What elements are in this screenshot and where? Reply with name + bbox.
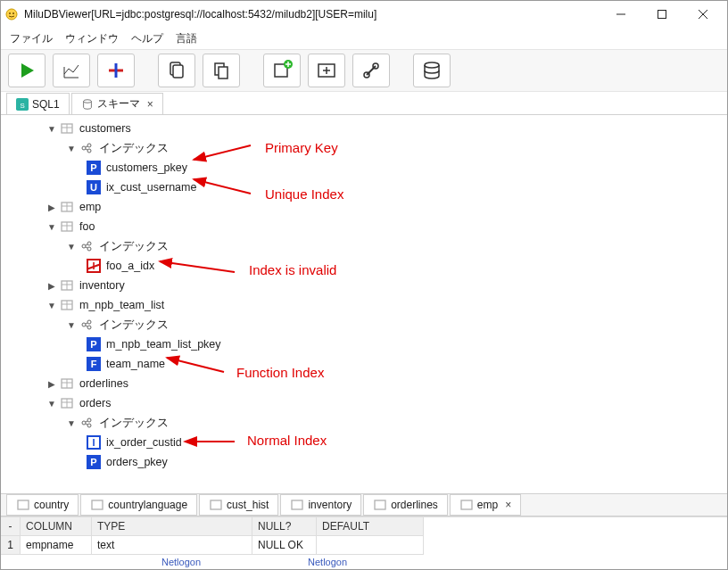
tree-label: orders_pkey: [104, 456, 168, 468]
grid-header-null[interactable]: NULL?: [252, 517, 317, 536]
tree-node-index-folder[interactable]: ▼ インデックス: [1, 315, 727, 335]
tree-node-customers[interactable]: ▼ customers: [1, 119, 727, 138]
tree-node-customers-pkey[interactable]: P customers_pkey: [1, 158, 727, 178]
grid-header-type[interactable]: TYPE: [92, 517, 252, 536]
tree-label: orderlines: [78, 377, 128, 390]
tree-node-inventory[interactable]: ▶ inventory: [1, 276, 727, 295]
tab-sql[interactable]: S SQL1: [6, 93, 70, 114]
tree-node-ix-cust-username[interactable]: U ix_cust_username: [1, 178, 727, 197]
menu-window[interactable]: ウィンドウ: [65, 31, 119, 46]
tab-inventory[interactable]: inventory: [280, 494, 361, 516]
svg-point-45: [87, 247, 91, 251]
expand-icon[interactable]: ▼: [67, 242, 76, 252]
tree-label: customers_pkey: [104, 161, 187, 174]
tree-label: foo_a_idx: [104, 260, 154, 272]
grid-header-default[interactable]: DEFAULT: [317, 517, 424, 536]
minimize-button[interactable]: [600, 1, 641, 28]
expand-icon[interactable]: ▼: [67, 418, 76, 428]
menu-file[interactable]: ファイル: [10, 31, 53, 46]
expand-icon[interactable]: ▼: [47, 399, 56, 409]
tree-node-orders[interactable]: ▼ orders: [1, 393, 727, 413]
tab-countrylanguage[interactable]: countrylanguage: [80, 494, 197, 516]
tree-node-ix-order-custid[interactable]: I ix_order_custid: [1, 433, 727, 452]
svg-line-46: [86, 244, 87, 245]
svg-line-35: [86, 146, 87, 147]
database-button[interactable]: [413, 54, 451, 87]
folder-icon: [79, 416, 94, 430]
svg-rect-76: [92, 500, 103, 509]
grid-cell-type[interactable]: text: [92, 536, 252, 555]
tree-node-team-name[interactable]: F team_name: [1, 354, 727, 374]
table-icon: [60, 376, 74, 391]
tab-schema[interactable]: スキーマ ×: [71, 93, 163, 114]
table-icon: [90, 498, 104, 512]
primary-key-icon: P: [87, 337, 101, 351]
toggle-button[interactable]: [97, 54, 135, 87]
tab-cust-hist[interactable]: cust_hist: [199, 494, 278, 516]
svg-marker-7: [21, 63, 34, 78]
svg-line-68: [86, 421, 87, 422]
connect-button[interactable]: [352, 54, 390, 87]
tab-close[interactable]: ×: [505, 499, 511, 511]
expand-icon[interactable]: ▼: [47, 301, 56, 310]
add-panel-button[interactable]: [308, 54, 345, 87]
table-icon: [373, 498, 387, 512]
function-index-icon: F: [87, 357, 101, 371]
expand-icon[interactable]: ▼: [67, 320, 76, 330]
table-icon: [60, 298, 74, 312]
grid-header-column[interactable]: COLUMN: [21, 517, 92, 536]
tree-node-index-folder[interactable]: ▼ インデックス: [1, 236, 727, 256]
table-icon: [60, 396, 74, 410]
table-icon: [209, 498, 223, 512]
expand-icon[interactable]: ▼: [47, 222, 56, 232]
tree-label: team_name: [104, 358, 165, 370]
tab-label: orderlines: [391, 499, 438, 511]
close-button[interactable]: [682, 1, 724, 28]
grid-header-rownum[interactable]: -: [1, 517, 21, 536]
grid-cell-null[interactable]: NULL OK: [252, 536, 317, 555]
new-button[interactable]: [263, 54, 301, 87]
tree-label: orders: [78, 397, 111, 409]
tree-node-orders-pkey[interactable]: P orders_pkey: [1, 452, 727, 472]
tree-node-orderlines[interactable]: ▶ orderlines: [1, 374, 727, 393]
expand-icon[interactable]: ▶: [47, 202, 56, 212]
tab-orderlines[interactable]: orderlines: [363, 494, 448, 516]
tree-node-m-npb-pkey[interactable]: P m_npb_team_list_pkey: [1, 335, 727, 354]
menu-help[interactable]: ヘルプ: [131, 31, 163, 46]
paste-button[interactable]: [203, 54, 240, 87]
expand-icon[interactable]: ▼: [47, 124, 56, 134]
run-button[interactable]: [8, 54, 46, 87]
tree-node-foo[interactable]: ▼ foo: [1, 217, 727, 236]
table-icon: [459, 498, 474, 512]
tab-country[interactable]: country: [6, 494, 79, 516]
grid-cell-rownum[interactable]: 1: [1, 536, 21, 555]
grid-cell-column[interactable]: empname: [21, 536, 92, 555]
top-tabs: S SQL1 スキーマ ×: [1, 92, 727, 115]
svg-point-55: [87, 320, 91, 324]
folder-icon: [79, 318, 94, 332]
tree-node-index-folder[interactable]: ▼ インデックス: [1, 413, 727, 433]
tree-node-m-npb-team-list[interactable]: ▼ m_npb_team_list: [1, 295, 727, 315]
unique-index-icon: U: [87, 180, 101, 194]
svg-text:S: S: [20, 101, 24, 109]
table-icon: [16, 498, 30, 512]
explain-button[interactable]: [53, 54, 90, 87]
svg-point-25: [425, 62, 439, 68]
menu-lang[interactable]: 言語: [176, 31, 197, 46]
tree-node-foo-a-idx[interactable]: I foo_a_idx: [1, 256, 727, 276]
tab-label: countrylanguage: [108, 499, 187, 511]
svg-rect-4: [658, 11, 666, 19]
expand-icon[interactable]: ▶: [47, 379, 56, 389]
expand-icon[interactable]: ▶: [47, 281, 56, 291]
copy-button[interactable]: [158, 54, 195, 87]
tab-emp[interactable]: emp×: [450, 494, 521, 516]
schema-tree[interactable]: ▼ customers ▼ インデックス P customers_pkey U …: [1, 115, 727, 493]
table-icon: [60, 219, 74, 234]
grid-cell-default[interactable]: [317, 536, 424, 555]
tree-node-index-folder[interactable]: ▼ インデックス: [1, 138, 727, 158]
svg-point-44: [87, 242, 91, 245]
tab-schema-close[interactable]: ×: [147, 98, 153, 111]
tree-node-emp[interactable]: ▶ emp: [1, 197, 727, 217]
expand-icon[interactable]: ▼: [67, 144, 76, 153]
maximize-button[interactable]: [641, 1, 682, 28]
